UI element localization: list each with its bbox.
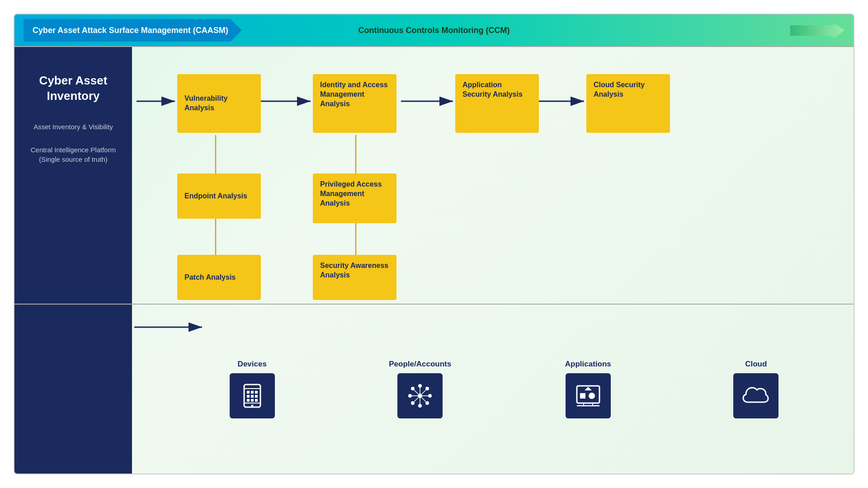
svg-line-40 <box>422 390 426 394</box>
svg-point-27 <box>418 404 422 408</box>
top-banner: Cyber Asset Attack Surface Management (C… <box>14 14 854 46</box>
ccm-arrow-icon <box>790 23 844 38</box>
devices-label: Devices <box>238 360 267 369</box>
cloud-security-box: Cloud Security Analysis <box>586 74 670 133</box>
svg-rect-15 <box>247 391 250 394</box>
svg-rect-18 <box>247 395 250 398</box>
devices-category: Devices <box>168 360 336 418</box>
vulnerability-box: Vulnerability Analysis <box>177 74 261 133</box>
bottom-section: Devices <box>132 305 854 474</box>
iam-box: Identity and Access Management Analysis <box>313 74 396 133</box>
ccm-label: Continuous Controls Monitoring (CCM) <box>359 26 510 35</box>
bottom-arrow <box>132 314 213 341</box>
svg-rect-22 <box>251 399 254 402</box>
svg-rect-20 <box>255 395 258 398</box>
security-awareness-label: Security Awareness Analysis <box>320 262 388 279</box>
people-label: People/Accounts <box>389 360 451 369</box>
svg-point-26 <box>418 384 422 388</box>
svg-point-29 <box>428 394 432 398</box>
pam-box: Privileged Access Management Analysis <box>313 174 396 223</box>
svg-line-41 <box>414 398 418 402</box>
patch-label: Patch Analysis <box>184 273 236 282</box>
applications-category: Applications <box>504 360 672 418</box>
applications-svg-icon <box>575 382 602 409</box>
devices-icon <box>230 373 275 418</box>
people-svg-icon <box>406 382 434 409</box>
svg-point-48 <box>589 393 595 399</box>
cloud-icon <box>733 373 778 418</box>
app-security-label: Application Security Analysis <box>462 81 523 98</box>
sidebar-title: Cyber Asset Inventory <box>24 73 123 104</box>
cloud-label: Cloud <box>745 360 767 369</box>
device-svg-icon <box>239 382 266 409</box>
sidebar-item-2: Central Intelligence Platform (Single so… <box>24 145 123 164</box>
caasm-text: Cyber Asset Attack Surface Management (C… <box>33 26 228 35</box>
cloud-security-label: Cloud Security Analysis <box>594 81 645 98</box>
patch-box: Patch Analysis <box>177 255 261 300</box>
people-category: People/Accounts <box>336 360 505 418</box>
caasm-label: Cyber Asset Attack Surface Management (C… <box>24 19 242 42</box>
svg-rect-19 <box>251 395 254 398</box>
svg-rect-17 <box>255 391 258 394</box>
applications-label: Applications <box>565 360 611 369</box>
app-security-box: Application Security Analysis <box>455 74 539 133</box>
endpoint-label: Endpoint Analysis <box>184 192 247 201</box>
svg-point-33 <box>411 401 415 405</box>
svg-point-28 <box>408 394 412 398</box>
pam-label: Privileged Access Management Analysis <box>320 180 382 207</box>
people-icon <box>397 373 443 418</box>
svg-marker-46 <box>585 387 592 390</box>
svg-rect-23 <box>255 399 258 402</box>
security-awareness-box: Security Awareness Analysis <box>313 255 396 300</box>
svg-line-38 <box>414 390 418 394</box>
svg-rect-47 <box>580 393 585 399</box>
svg-point-30 <box>411 387 415 390</box>
iam-label: Identity and Access Management Analysis <box>320 81 388 108</box>
ccm-text: Continuous Controls Monitoring (CCM) <box>359 26 510 35</box>
cyber-asset-inventory: Cyber Asset Inventory Asset Inventory & … <box>14 46 132 474</box>
main-diagram: Cyber Asset Attack Surface Management (C… <box>14 14 854 474</box>
svg-rect-16 <box>251 391 254 394</box>
cloud-svg-icon <box>742 382 769 409</box>
svg-point-31 <box>425 401 429 405</box>
svg-point-25 <box>418 394 422 398</box>
svg-line-39 <box>422 398 426 402</box>
cloud-category: Cloud <box>672 360 840 418</box>
svg-point-32 <box>425 387 429 390</box>
sidebar-item-1: Asset Inventory & Visibility <box>33 122 113 131</box>
applications-icon <box>566 373 611 418</box>
vulnerability-label: Vulnerability Analysis <box>184 94 254 113</box>
flow-diagram: Vulnerability Analysis Endpoint Analysis… <box>132 47 854 304</box>
svg-marker-0 <box>790 23 844 38</box>
endpoint-box: Endpoint Analysis <box>177 174 261 219</box>
svg-rect-21 <box>247 399 250 402</box>
svg-point-24 <box>251 405 253 407</box>
